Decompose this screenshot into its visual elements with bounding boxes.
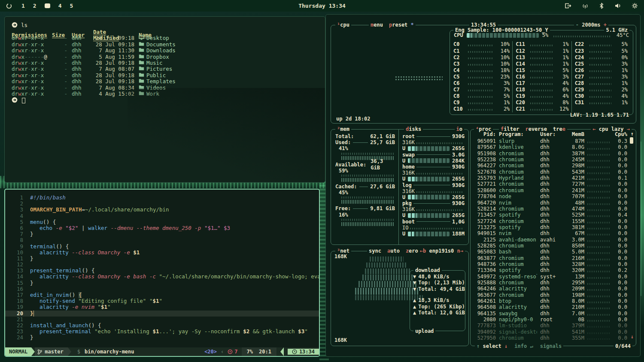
disk-name: root [402,133,415,139]
process-row[interactable]: 777873lm-studiodhh379M0.0 [474,323,627,329]
disk-activity-graph [416,173,463,175]
core-label: C19 [516,93,529,99]
process-row[interactable]: 2125avahi-daemonavahi3.0M0.0 [474,237,627,243]
process-cpu-graph [587,320,610,322]
omarchy-logo-icon[interactable] [6,3,12,9]
mem-value: 25,7 GiB [370,139,395,145]
info-action[interactable]: info ↵ [514,343,533,349]
process-row[interactable]: 964508alacrittydhh210M0.0 [474,304,627,310]
volume-icon[interactable] [614,3,621,9]
process-row[interactable]: 527721chromiumdhh727M0.0 [474,181,627,187]
net-tab-sync[interactable]: sync [369,248,381,254]
btop-window[interactable]: ¹cpu menupreset * 13:34:55 - 2000ms + En… [325,14,641,357]
process-row[interactable]: 963677chromiumdhh198M0.0 [474,292,627,298]
disk-activity: 316K [402,170,415,176]
code-text: notify-send "Editing config file" "$1" [30,298,319,304]
cpu-tab-preset *[interactable]: preset * [389,22,414,28]
process-row[interactable]: 527678chromiumdhh543M0.0 [474,169,627,175]
workspace-4[interactable]: 4 [58,3,62,9]
process-cpu: 0.0 [613,193,627,199]
col-header-user[interactable]: User: [540,131,560,137]
process-row[interactable]: 951908chromiumdhh387M0.0 [474,151,627,157]
net-tab-auto[interactable]: auto [387,248,400,254]
process-row[interactable]: 778704nodedhh707M0.0 [474,193,627,199]
process-row[interactable]: 965091slurpdhh87M0.3 [474,138,627,144]
line-number: 1 [5,195,30,201]
process-row[interactable]: 713304spotifydhh320M0.2 [474,267,627,273]
disk-activity-row: 316K [402,139,465,145]
process-pid: 951908 [474,151,496,157]
diagnostics: 7 [228,349,237,355]
network-icon[interactable] [582,3,589,9]
code-text: OMARCHY_BIN_PATH=~/.local/share/omarchy/… [30,207,319,213]
ls-row: drwxr-xr-x-dhh28 Jul 09:18Desktop [12,35,318,41]
mem-entry: Cached:27,6 GiB [335,184,395,190]
cpu-tab-menu[interactable]: menu [371,22,383,28]
workspace-2[interactable]: 2 [33,3,36,9]
workspace-5[interactable]: 5 [70,3,73,9]
process-row[interactable]: 394092signal-desktopdhh541M0.0 [474,329,627,335]
disk-used-row: U188M [402,231,465,237]
process-row[interactable]: 949015nvimdhh67M0.0 [474,230,627,236]
folder-icon [139,60,144,66]
process-row[interactable]: 527950chromiumdhh355M0.0 [474,335,627,340]
scroll-up-icon[interactable]: ↑ [631,131,634,137]
col-header-memb[interactable]: MemB [563,131,584,137]
process-row[interactable]: 964227chromiumdhh298M0.0 [474,163,627,169]
process-mem: 241M [563,187,584,193]
bluetooth-icon[interactable] [599,3,604,9]
process-row[interactable]: 964720nvimdhh48M0.0 [474,199,627,205]
net-tab-zero[interactable]: zero [406,248,418,254]
process-user: dhh [540,206,560,212]
cpu-core-row: C163% [516,73,568,80]
editor-window[interactable]: 1#!/bin/bash23OMARCHY_BIN_PATH=~/.local/… [4,189,320,357]
scroll-down-icon[interactable]: ↓ [631,334,634,340]
disk-size: 930G [452,164,465,170]
process-row[interactable]: 527724chromiumdhh155M0.0 [474,218,627,224]
cpu-core-row: C210% [453,54,510,60]
editor-line: 21 [5,317,319,323]
process-row[interactable]: 965083bashdhh5.0M0.0 [474,249,627,255]
process-pid: 948736 [474,261,496,267]
editor-lines[interactable]: 1#!/bin/bash23OMARCHY_BIN_PATH=~/.local/… [5,190,319,347]
process-row[interactable]: 2080napi/phy0-0root0B0.0 [474,317,627,323]
col-header-pid[interactable]: Pid: [474,131,496,137]
separator-arrow [31,347,35,356]
update-interval[interactable]: - 2000ms + [574,22,608,28]
core-usage: 7% [495,87,510,93]
scrollbar-thumb[interactable] [630,137,633,144]
file-size: - [52,85,67,91]
process-row[interactable]: 964135swaybgdhh7.0M0.0 [474,311,627,317]
core-label: C15 [516,67,529,73]
net-interface[interactable]: ←b enp191s0 n→ [418,248,465,254]
process-row[interactable]: 528285chromiumdhh850M0.0 [474,243,627,249]
process-row[interactable]: 528600chromiumdhh241M0.0 [474,187,627,193]
process-row[interactable]: 963877chromiumdhh216M0.0 [474,255,627,261]
process-row[interactable]: 528214chromiumdhh474M0.0 [474,206,627,212]
workspace-1[interactable]: 1 [21,3,25,9]
process-row[interactable]: 549972systemd-resolvesyst+13M0.0 [474,274,627,280]
process-row[interactable]: 713275spotifydhh381M0.0 [474,224,627,230]
workspace-active[interactable] [45,3,50,8]
settings-icon[interactable] [632,3,638,9]
process-row[interactable]: 925888chromiumdhh295M0.0 [474,280,627,286]
process-row[interactable]: 964246alacrittydhh209M0.0 [474,286,627,292]
signals-action[interactable]: signals [540,343,562,349]
col-header-cpu[interactable]: Cpu% [613,131,627,137]
process-row[interactable]: 948736chromiumdhh328M0.0 [474,261,627,267]
terminal-window-ls[interactable]: ls PermissionsSizeUserDate ModifiedName … [4,16,325,183]
ls-row: drwxr-xr-x-dhh4 Aug 15:02Work [12,91,318,97]
process-row[interactable]: 255793Hyprlanddhh421M0.1 [474,175,627,181]
process-row[interactable]: 713457spotifydhh525M0.4 [474,212,627,218]
cpu-tabs: menupreset * [369,22,416,28]
core-label: C8 [453,93,466,99]
process-row[interactable]: 879567kdenlivedhh8.0G0.0 [474,144,627,150]
process-row[interactable]: 952238chromiumdhh245M0.0 [474,157,627,163]
select-action[interactable]: ↑ select ↓ [477,343,507,349]
col-header-program[interactable]: Program: [499,131,537,137]
mem-list: Total:62,1 GiBUsed:25,7 GiB41%Available:… [331,132,398,228]
disk-activity-row: 316K [402,170,465,176]
process-row[interactable]: 964261btopdhh8.0M0.0 [474,298,627,304]
logout-icon[interactable] [565,3,571,9]
process-pid: 528214 [474,206,496,212]
